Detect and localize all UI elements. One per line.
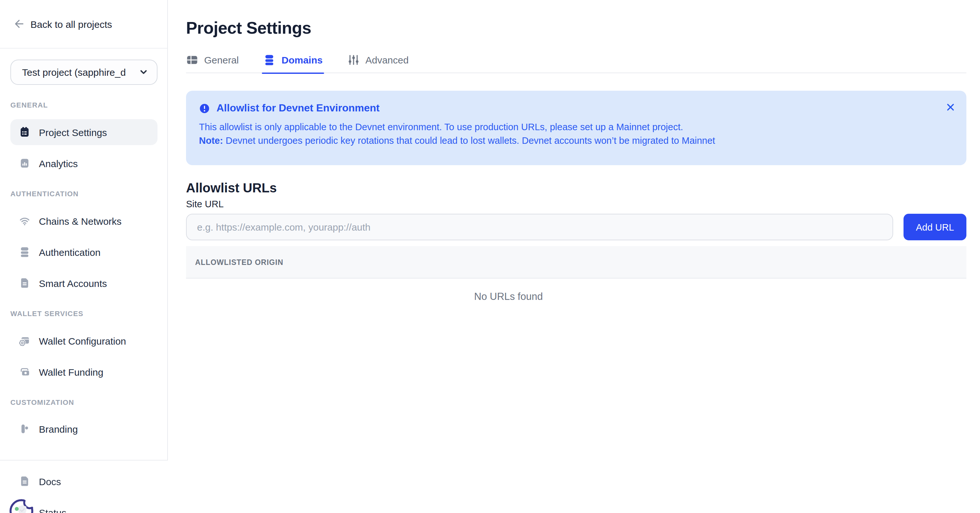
tab-general[interactable]: General (186, 51, 239, 73)
sidebar-item-wallet-funding[interactable]: Wallet Funding (10, 359, 158, 385)
wifi-icon (19, 215, 30, 227)
banner-note-text: Devnet undergoes periodic key rotations … (223, 135, 715, 146)
section-label-general: GENERAL (10, 101, 158, 109)
sidebar-item-label: Branding (39, 423, 78, 434)
section-label-authentication: AUTHENTICATION (10, 190, 158, 198)
app-window: Back to all projects Test project (sapph… (0, 0, 980, 513)
sidebar-item-label: Docs (39, 476, 61, 487)
sidebar-item-smart-accounts[interactable]: Smart Accounts (10, 270, 158, 296)
url-entry-row: Add URL (186, 214, 966, 240)
sidebar-header: Back to all projects (0, 0, 167, 49)
site-url-input[interactable] (186, 214, 893, 240)
project-selector-value: Test project (sapphire_d (22, 67, 138, 78)
sidebar-item-label: Wallet Funding (39, 366, 103, 377)
sidebar-item-project-settings[interactable]: Project Settings (10, 119, 158, 145)
table-grid-icon (186, 54, 198, 66)
sidebar-item-authentication[interactable]: Authentication (10, 239, 158, 265)
banner-header: Allowlist for Devnet Environment (199, 102, 953, 114)
file-icon (19, 277, 30, 289)
site-url-label: Site URL (186, 198, 966, 210)
sidebar-item-docs[interactable]: Docs (10, 468, 158, 494)
table-header-row: ALLOWLISTED ORIGIN (186, 246, 966, 278)
tab-bar: General Domains (186, 51, 966, 73)
sidebar-item-label: Wallet Configuration (39, 335, 126, 346)
column-header-allowlisted-origin: ALLOWLISTED ORIGIN (195, 258, 283, 266)
banner-title: Allowlist for Devnet Environment (216, 102, 380, 114)
tab-label: Advanced (365, 54, 408, 65)
empty-state-text: No URLs found (474, 291, 543, 302)
allowlist-heading: Allowlist URLs (186, 179, 966, 196)
bar-chart-icon (19, 157, 30, 169)
database-icon (264, 54, 276, 66)
devnet-allowlist-banner: Allowlist for Devnet Environment This al… (186, 91, 966, 165)
wallet-gear-icon (19, 335, 30, 346)
tab-label: General (204, 54, 239, 65)
sidebar-item-chains-networks[interactable]: Chains & Networks (10, 208, 158, 234)
page-title: Project Settings (186, 17, 966, 38)
close-icon[interactable] (945, 102, 956, 113)
alert-circle-icon (199, 103, 210, 114)
back-label: Back to all projects (30, 19, 112, 29)
tab-label: Domains (282, 54, 323, 65)
sidebar-item-label: Authentication (39, 246, 100, 257)
sidebar-item-label: Status (39, 507, 67, 513)
cookie-consent-button[interactable] (6, 494, 38, 513)
tab-domains[interactable]: Domains (264, 51, 323, 73)
banner-note: Note: Devnet undergoes periodic key rota… (199, 134, 953, 148)
clipboard-icon (19, 126, 30, 138)
banner-line1: This allowlist is only applicable to the… (199, 121, 953, 134)
docs-file-icon (19, 475, 30, 487)
add-url-button[interactable]: Add URL (904, 214, 966, 240)
back-to-projects-link[interactable]: Back to all projects (13, 18, 112, 30)
banner-note-label: Note: (199, 135, 223, 146)
section-label-customization: CUSTOMIZATION (10, 399, 158, 406)
branding-icon (19, 423, 30, 435)
sidebar-item-analytics[interactable]: Analytics (10, 150, 158, 176)
chevron-down-icon (138, 67, 149, 78)
sidebar-item-label: Analytics (39, 158, 78, 169)
sidebar-nav: Test project (sapphire_d GENERAL (0, 49, 168, 435)
database-icon (19, 246, 30, 258)
tab-advanced[interactable]: Advanced (347, 51, 408, 73)
sidebar-item-label: Smart Accounts (39, 278, 107, 289)
project-selector[interactable]: Test project (sapphire_d (10, 60, 158, 85)
cash-cards-icon (19, 366, 30, 378)
main-content: Project Settings General (168, 0, 980, 513)
banner-body: This allowlist is only applicable to the… (199, 121, 953, 148)
section-label-wallet-services: WALLET SERVICES (10, 310, 158, 318)
sliders-icon (347, 54, 360, 66)
sidebar-item-wallet-configuration[interactable]: Wallet Configuration (10, 328, 158, 354)
sidebar-item-label: Project Settings (39, 127, 107, 138)
arrow-left-icon (13, 18, 25, 30)
sidebar-item-branding[interactable]: Branding (10, 416, 158, 435)
table-empty-state: No URLs found (186, 291, 966, 302)
sidebar: Back to all projects Test project (sapph… (0, 0, 168, 513)
sidebar-item-label: Chains & Networks (39, 215, 121, 226)
